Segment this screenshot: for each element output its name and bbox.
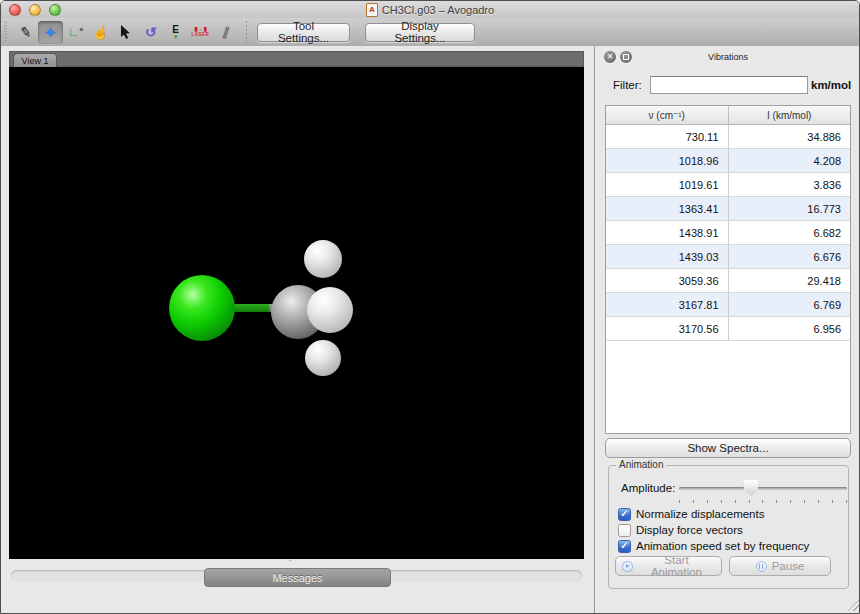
slider-track[interactable]	[679, 487, 847, 490]
column-header-frequency[interactable]: ν (cm⁻¹)	[606, 106, 729, 124]
table-row[interactable]: 3167.816.769	[606, 293, 850, 317]
toolbar-drag-handle[interactable]	[4, 22, 7, 42]
tool-settings-button[interactable]: Tool Settings...	[257, 23, 350, 42]
table-cell: 4.208	[729, 149, 851, 172]
table-cell: 6.682	[729, 221, 851, 244]
column-header-intensity[interactable]: I (km/mol)	[729, 106, 851, 124]
table-cell: 6.769	[729, 293, 851, 316]
toolbar: ✎ ✦ ∟o ☝ ↺ E ▾ ▮→	[1, 18, 859, 47]
select-tool-button[interactable]	[113, 21, 138, 44]
slider-tick-marks	[679, 500, 847, 503]
table-row[interactable]: 3059.3629.418	[606, 269, 850, 293]
draw-tool-button[interactable]: ✎	[13, 21, 38, 44]
measure-angle-icon: ∟o	[68, 26, 83, 38]
vibrations-table: ν (cm⁻¹) I (km/mol) 730.1134.8861018.964…	[605, 105, 851, 434]
display-settings-button[interactable]: Display Settings...	[365, 23, 475, 42]
avogadro-window: A CH3Cl.g03 – Avogadro ✎ ✦ ∟o ☝	[0, 0, 860, 614]
title-bar[interactable]: A CH3Cl.g03 – Avogadro	[1, 1, 859, 19]
toolbar-separator	[246, 21, 247, 43]
table-cell: 1018.96	[606, 149, 729, 172]
view-tab-bar: View 1	[9, 51, 584, 67]
show-spectra-button[interactable]: Show Spectra...	[605, 438, 851, 458]
checkbox-animation-speed[interactable]: ✓ Animation speed set by frequency	[618, 539, 809, 553]
table-cell: 3.836	[729, 173, 851, 196]
table-row[interactable]: 1019.613.836	[606, 173, 850, 197]
gl-viewport[interactable]	[9, 67, 584, 559]
table-cell: 29.418	[729, 269, 851, 292]
hand-icon: ☝	[92, 26, 108, 39]
table-cell: 16.773	[729, 197, 851, 220]
navigate-star-icon: ✦	[44, 25, 57, 40]
atom-hydrogen-top[interactable]	[304, 240, 342, 278]
table-cell: 34.886	[729, 125, 851, 148]
table-cell: 1019.61	[606, 173, 729, 196]
panel-title: Vibrations	[595, 52, 860, 62]
laser-label: LASER	[192, 33, 210, 38]
pause-icon	[756, 561, 767, 572]
animation-group-label: Animation	[616, 459, 666, 470]
table-cell: 1439.03	[606, 245, 729, 268]
auto-rotate-tool-button[interactable]: ∥	[213, 21, 238, 44]
table-row[interactable]: 730.1134.886	[606, 125, 850, 149]
auto-optimize-tool-button[interactable]: E ▾	[163, 21, 188, 44]
rotate-icon: ↺	[145, 25, 157, 39]
table-cell: 3170.56	[606, 317, 729, 340]
messages-panel-toggle[interactable]: Messages	[204, 568, 391, 587]
filter-input[interactable]	[650, 76, 808, 94]
start-animation-button[interactable]: Start Animation	[615, 556, 722, 576]
table-cell: 3167.81	[606, 293, 729, 316]
manipulate-tool-button[interactable]: ☝	[88, 21, 113, 44]
table-row[interactable]: 1439.036.676	[606, 245, 850, 269]
down-arrow-icon: ▾	[174, 33, 178, 40]
bond-centric-tool-button[interactable]: ↺	[138, 21, 163, 44]
animation-group: Animation Amplitude: ✓ Normalize displac…	[608, 465, 849, 589]
vibrations-panel: ✕ Vibrations Filter: km/mol ν (cm⁻¹) I (…	[594, 46, 860, 613]
checkbox-display-force-vectors[interactable]: Display force vectors	[618, 523, 743, 537]
table-cell: 1438.91	[606, 221, 729, 244]
document-icon: A	[366, 3, 378, 17]
table-row[interactable]: 1018.964.208	[606, 149, 850, 173]
table-cell: 1363.41	[606, 197, 729, 220]
tab-view-1[interactable]: View 1	[13, 53, 57, 68]
pause-button[interactable]: Pause	[729, 556, 831, 576]
atom-chlorine[interactable]	[169, 275, 235, 341]
navigate-tool-button[interactable]: ✦	[38, 21, 63, 44]
pencil-icon: ✎	[19, 24, 33, 39]
atom-hydrogen-front[interactable]	[307, 287, 353, 333]
select-cursor-icon	[120, 25, 132, 40]
main-content: View 1 ˆ Messages ✕ Vibrations Filter: k…	[1, 46, 859, 613]
table-row[interactable]: 3170.566.956	[606, 317, 850, 341]
checkbox-icon[interactable]: ✓	[618, 540, 631, 553]
measure-tool-button[interactable]: ∟o	[63, 21, 88, 44]
checkbox-icon[interactable]	[618, 524, 631, 537]
table-cell: 730.11	[606, 125, 729, 148]
table-cell: 3059.36	[606, 269, 729, 292]
play-icon	[622, 561, 633, 572]
amplitude-label: Amplitude:	[621, 482, 675, 494]
table-header-row: ν (cm⁻¹) I (km/mol)	[606, 106, 850, 125]
table-cell: 6.676	[729, 245, 851, 268]
window-resize-grip[interactable]	[846, 598, 859, 611]
checkbox-normalize-displacements[interactable]: ✓ Normalize displacements	[618, 507, 764, 521]
checkbox-icon[interactable]: ✓	[618, 508, 631, 521]
table-row[interactable]: 1363.4116.773	[606, 197, 850, 221]
slider-thumb[interactable]	[743, 480, 758, 496]
table-cell: 6.956	[729, 317, 851, 340]
vibrations-table-body: 730.1134.8861018.964.2081019.613.8361363…	[606, 125, 850, 341]
align-tool-button[interactable]: ▮→▮ LASER	[188, 21, 213, 44]
unit-label: km/mol	[811, 79, 851, 91]
parallel-lines-icon: ∥	[221, 25, 230, 38]
filter-label: Filter:	[613, 79, 642, 91]
messages-collapse-caret[interactable]: ˆ	[289, 558, 292, 567]
window-title: CH3Cl.g03 – Avogadro	[382, 4, 494, 16]
atom-hydrogen-bottom[interactable]	[305, 340, 341, 376]
table-row[interactable]: 1438.916.682	[606, 221, 850, 245]
amplitude-slider[interactable]	[677, 478, 849, 498]
